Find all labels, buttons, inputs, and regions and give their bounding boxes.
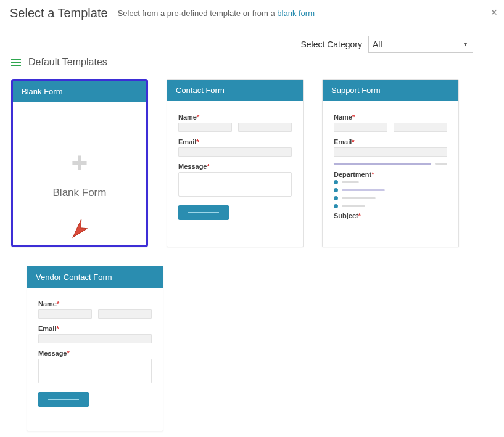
field-label-name: Name* — [38, 300, 152, 308]
name-input-row — [38, 309, 152, 319]
message-textarea — [178, 172, 292, 197]
field-label-message: Message* — [178, 163, 292, 170]
section-header: Default Templates — [0, 53, 504, 68]
field-label-name: Name* — [334, 113, 447, 121]
cursor-arrow-icon — [68, 216, 89, 240]
last-name-input — [394, 123, 447, 132]
name-input-row — [334, 123, 447, 132]
template-card-blank[interactable]: Blank Form + Blank Form — [11, 79, 148, 247]
plus-icon: + — [72, 149, 88, 177]
header-divider — [485, 0, 485, 27]
field-label-email: Email* — [178, 138, 292, 145]
template-card-contact[interactable]: Contact Form Name* Email* Message* — [167, 79, 304, 247]
card-title: Vendor Contact Form — [27, 266, 163, 288]
card-body-blank: + Blank Form — [13, 102, 146, 245]
template-card-vendor[interactable]: Vendor Contact Form Name* Email* Message… — [27, 266, 163, 431]
field-label-name: Name* — [178, 113, 292, 121]
last-name-input — [98, 309, 152, 319]
first-name-input — [38, 309, 92, 319]
card-title: Blank Form — [13, 81, 146, 102]
category-label: Select Category — [300, 39, 362, 49]
email-input — [38, 334, 152, 343]
submit-button-preview — [178, 205, 229, 220]
radio-option — [334, 204, 447, 208]
dialog-title: Select a Template — [10, 6, 108, 20]
category-controls: Select Category All — [0, 27, 504, 53]
template-grid: Blank Form + Blank Form Contact Form Nam… — [0, 68, 504, 437]
last-name-input — [238, 123, 292, 132]
template-card-support[interactable]: Support Form Name* Email* Department* Su… — [322, 79, 459, 247]
close-icon[interactable]: ✕ — [490, 7, 498, 17]
submit-button-preview — [38, 392, 89, 407]
category-select[interactable]: All — [368, 36, 473, 53]
card-body-support: Name* Email* Department* Subject* — [323, 101, 458, 244]
blank-form-link[interactable]: blank form — [277, 9, 315, 18]
radio-option — [334, 196, 447, 200]
first-name-input — [334, 123, 387, 132]
message-textarea — [38, 359, 152, 383]
subtitle-text: Select from a pre-defined template or fr… — [118, 9, 278, 18]
radio-option — [334, 188, 447, 192]
field-label-email: Email* — [38, 325, 152, 332]
section-title: Default Templates — [28, 57, 107, 68]
field-label-message: Message* — [38, 349, 152, 357]
card-body-contact: Name* Email* Message* — [167, 101, 303, 244]
field-label-subject: Subject* — [334, 212, 447, 219]
email-input — [178, 147, 292, 157]
card-title: Contact Form — [167, 80, 303, 101]
radio-option — [334, 180, 447, 184]
section-separator — [334, 163, 447, 165]
blank-form-label: Blank Form — [53, 187, 107, 199]
category-select-wrap: All — [368, 36, 473, 53]
dialog-header: Select a Template Select from a pre-defi… — [0, 0, 504, 27]
card-title: Support Form — [323, 80, 458, 101]
field-label-department: Department* — [334, 171, 447, 178]
email-input — [334, 147, 447, 157]
dialog-subtitle: Select from a pre-defined template or fr… — [118, 9, 315, 18]
field-label-email: Email* — [334, 138, 447, 145]
first-name-input — [178, 123, 232, 132]
name-input-row — [178, 123, 292, 132]
card-body-vendor: Name* Email* Message* — [27, 288, 163, 431]
menu-icon[interactable] — [11, 58, 21, 67]
